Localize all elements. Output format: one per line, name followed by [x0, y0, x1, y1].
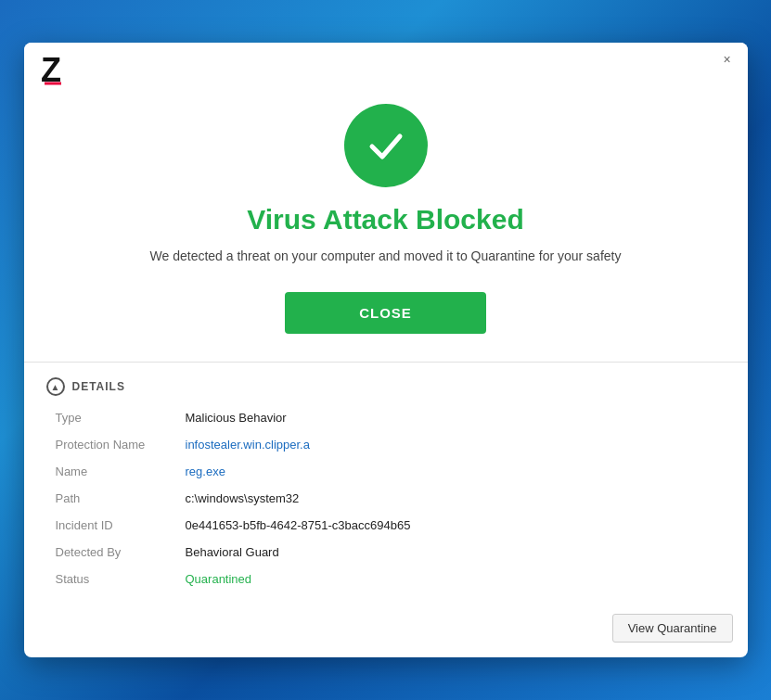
main-content-area: Virus Attack Blocked We detected a threa… — [24, 76, 748, 363]
detail-value-status: Quarantined — [186, 570, 726, 588]
details-grid: Type Malicious Behavior Protection Name … — [46, 409, 726, 588]
detail-value-name: reg.exe — [186, 463, 726, 480]
detail-key-protection-name: Protection Name — [56, 436, 186, 453]
view-quarantine-button[interactable]: View Quarantine — [612, 614, 733, 643]
title-bar: Z × — [24, 43, 748, 76]
detail-value-protection-name: infostealer.win.clipper.a — [186, 436, 726, 453]
alert-title: Virus Attack Blocked — [247, 204, 523, 235]
details-section: ▲ DETAILS Type Malicious Behavior Protec… — [24, 363, 748, 606]
window-close-button[interactable]: × — [716, 48, 739, 70]
detail-key-type: Type — [56, 409, 186, 426]
checkmark-icon — [363, 122, 409, 169]
main-window: Z × Virus Attack Blocked We detected a t… — [24, 43, 748, 657]
bottom-bar: View Quarantine — [24, 606, 748, 657]
detail-key-path: Path — [56, 490, 186, 507]
detail-value-path: c:\windows\system32 — [186, 490, 726, 507]
detail-key-name: Name — [56, 463, 186, 480]
detail-key-incident-id: Incident ID — [56, 516, 186, 534]
details-toggle-icon: ▲ — [46, 377, 65, 396]
detail-key-detected-by: Detected By — [56, 543, 186, 561]
success-check-circle — [344, 104, 428, 187]
details-label: DETAILS — [72, 380, 125, 393]
detail-value-detected-by: Behavioral Guard — [186, 543, 726, 561]
detail-key-status: Status — [56, 570, 186, 588]
close-action-button[interactable]: CLOSE — [285, 292, 486, 334]
details-toggle[interactable]: ▲ DETAILS — [46, 377, 726, 396]
zonealarm-logo-icon: Z — [39, 50, 80, 91]
detail-value-incident-id: 0e441653-b5fb-4642-8751-c3bacc694b65 — [186, 516, 726, 534]
alert-subtitle: We detected a threat on your computer an… — [150, 247, 622, 266]
detail-value-type: Malicious Behavior — [186, 409, 726, 426]
logo-area: Z — [39, 50, 80, 91]
